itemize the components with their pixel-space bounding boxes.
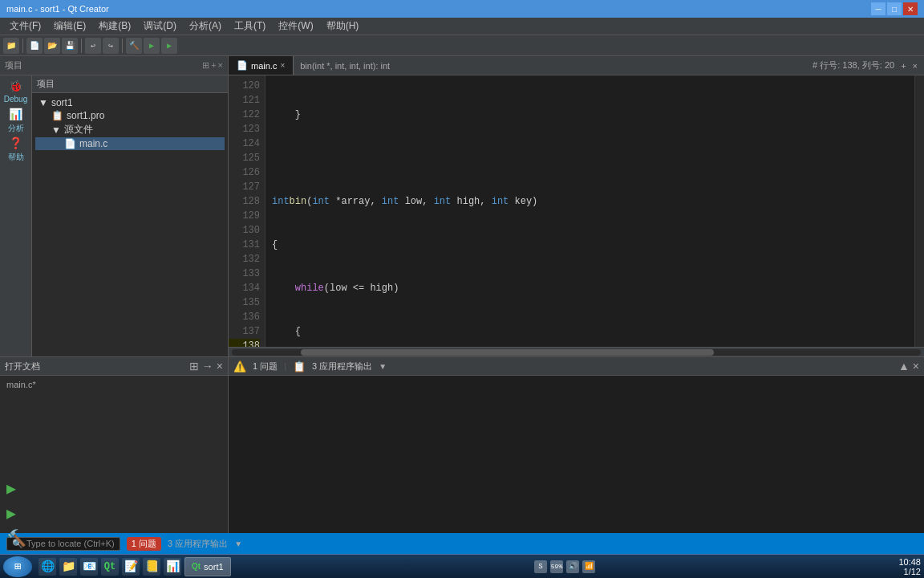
menu-file[interactable]: 文件(F) bbox=[3, 18, 47, 35]
toolbar-open-icon[interactable]: 📂 bbox=[44, 38, 60, 54]
start-icon: ⊞ bbox=[14, 560, 21, 573]
toolbar: 📁 📄 📂 💾 ↩ ↪ 🔨 ▶ ▶ bbox=[0, 35, 924, 56]
bottom-right-icons: ▲ × bbox=[898, 360, 919, 372]
toolbar-undo-icon[interactable]: ↩ bbox=[85, 38, 101, 54]
toolbar-sep2 bbox=[81, 39, 82, 53]
tree-sort1-label: sort1 bbox=[51, 97, 73, 108]
tab-close-icon[interactable]: × bbox=[280, 61, 285, 70]
code-line-120: } bbox=[272, 108, 908, 122]
debug-button[interactable]: ▶ bbox=[3, 502, 30, 525]
bl-icon1[interactable]: ⊞ bbox=[189, 360, 199, 372]
app-output-label: 3 应用程序输出 bbox=[312, 361, 372, 371]
debug-run-icon: ▶ bbox=[6, 503, 16, 523]
tab-main-c[interactable]: 📄 main.c × bbox=[229, 56, 294, 75]
open-file-mainc[interactable]: main.c* bbox=[3, 379, 225, 390]
issue-count-badge[interactable]: 1 问题 bbox=[127, 537, 161, 551]
tree-collapse-icon: ▼ bbox=[38, 97, 48, 108]
toolbar-new-icon[interactable]: 📄 bbox=[26, 38, 43, 54]
br-icon1[interactable]: ▲ bbox=[898, 360, 910, 372]
help-icon: ❓ bbox=[9, 136, 22, 149]
proj-icon3[interactable]: × bbox=[218, 60, 223, 71]
menu-tools[interactable]: 工具(T) bbox=[228, 18, 272, 35]
taskbar-word-icon[interactable]: 📝 bbox=[122, 558, 140, 576]
proj-icon1[interactable]: ⊞ bbox=[202, 60, 209, 71]
code-editor[interactable]: 120 121 122 123 124 125 126 127 128 129 … bbox=[229, 75, 924, 356]
toolbar-redo-icon[interactable]: ↪ bbox=[103, 38, 119, 54]
menu-build[interactable]: 构建(B) bbox=[92, 18, 137, 35]
sys-network-icon[interactable]: 📶 bbox=[582, 560, 595, 573]
menu-analyze[interactable]: 分析(A) bbox=[183, 18, 228, 35]
action-help-btn[interactable]: ❓ 帮助 bbox=[3, 136, 29, 162]
action-analyze-btn[interactable]: 📊 分析 bbox=[3, 108, 29, 133]
taskbar-date-value: 1/12 bbox=[898, 567, 921, 576]
code-line-121 bbox=[272, 151, 908, 165]
code-line-125: { bbox=[272, 324, 908, 339]
toolbar-build-icon[interactable]: 🔨 bbox=[126, 38, 142, 54]
app-output-badge[interactable]: 3 应用程序输出 bbox=[168, 538, 228, 550]
sidebar: 项目 ▼ sort1 📋 sort1.pro ▼ 源文件 📄 main.c bbox=[32, 75, 228, 356]
action-debug-btn[interactable]: 🐞 Debug bbox=[3, 79, 29, 104]
main-layout: 🐞 Debug 📊 分析 ❓ 帮助 项目 ▼ sort1 bbox=[0, 75, 924, 356]
build-only-button[interactable]: 🔨 bbox=[3, 527, 30, 550]
tree-mainc[interactable]: 📄 main.c bbox=[35, 137, 225, 150]
titlebar-title: main.c - sort1 - Qt Creator bbox=[6, 4, 109, 14]
hscroll-thumb[interactable] bbox=[301, 349, 714, 356]
taskbar-time-value: 10:48 bbox=[898, 557, 921, 567]
run-button[interactable]: ▶ bbox=[3, 477, 30, 500]
app-output-dropdown[interactable]: ▼ bbox=[379, 362, 387, 371]
taskbar-excel-icon[interactable]: 📊 bbox=[164, 558, 181, 576]
tree-sort1pro[interactable]: 📋 sort1.pro bbox=[35, 109, 225, 122]
tree-sort1pro-label: sort1.pro bbox=[67, 110, 104, 121]
taskbar-sort1-label: sort1 bbox=[204, 562, 223, 572]
excel-icon: 📊 bbox=[166, 560, 180, 573]
file-tree: ▼ sort1 📋 sort1.pro ▼ 源文件 📄 main.c bbox=[32, 93, 228, 356]
app-output-btn[interactable]: 3 应用程序输出 bbox=[312, 360, 372, 372]
tab-icon1[interactable]: + bbox=[901, 61, 906, 71]
taskbar-ie-icon[interactable]: 🌐 bbox=[38, 558, 56, 576]
code-lines[interactable]: } int bin(int *array, int low, int high,… bbox=[265, 75, 914, 347]
bottom-right-header: ⚠️ 1 问题 | 📋 3 应用程序输出 ▼ ▲ × bbox=[229, 357, 924, 376]
tree-sources-label: 源文件 bbox=[64, 123, 93, 136]
menubar: 文件(F) 编辑(E) 构建(B) 调试(D) 分析(A) 工具(T) 控件(W… bbox=[0, 18, 924, 35]
menu-help[interactable]: 帮助(H) bbox=[320, 18, 366, 35]
maximize-button[interactable]: □ bbox=[887, 2, 902, 15]
tree-mainc-label: main.c bbox=[79, 138, 107, 149]
sys-s-icon[interactable]: S bbox=[534, 560, 547, 573]
right-scrollbar[interactable] bbox=[914, 75, 924, 347]
menu-controls[interactable]: 控件(W) bbox=[272, 18, 319, 35]
debug-icon: 🐞 bbox=[9, 79, 22, 92]
tree-sort1[interactable]: ▼ sort1 bbox=[35, 96, 225, 109]
taskbar-qt-icon[interactable]: Qt bbox=[101, 558, 119, 576]
toolbar-run-icon[interactable]: ▶ bbox=[144, 38, 160, 54]
sidebar-panel: 🐞 Debug 📊 分析 ❓ 帮助 项目 ▼ sort1 bbox=[0, 75, 229, 356]
tree-sources[interactable]: ▼ 源文件 bbox=[35, 122, 225, 137]
sidebar-tab-area: 项目 ⊞ + × bbox=[0, 56, 229, 75]
taskbar-sort1-btn[interactable]: Qt sort1 bbox=[184, 557, 231, 576]
br-close-icon[interactable]: × bbox=[913, 360, 919, 372]
analyze-label: 分析 bbox=[8, 123, 24, 134]
bottom-left-header: 打开文档 ⊞ → × bbox=[0, 357, 228, 376]
tab-icon2[interactable]: × bbox=[913, 61, 918, 71]
bl-close-icon[interactable]: × bbox=[217, 360, 223, 372]
taskbar-outlook-icon[interactable]: 📧 bbox=[80, 558, 98, 576]
taskbar-onenote-icon[interactable]: 📒 bbox=[143, 558, 160, 576]
proj-icon2[interactable]: + bbox=[211, 60, 216, 71]
bl-icon2[interactable]: → bbox=[202, 360, 213, 372]
start-button[interactable]: ⊞ bbox=[3, 556, 32, 577]
close-button[interactable]: ✕ bbox=[903, 2, 918, 15]
horizontal-scrollbar[interactable] bbox=[229, 347, 924, 356]
open-file-label: main.c* bbox=[6, 380, 36, 389]
menu-edit[interactable]: 编辑(E) bbox=[47, 18, 92, 35]
toolbar-save-icon[interactable]: 💾 bbox=[62, 38, 78, 54]
toolbar-project-icon[interactable]: 📁 bbox=[3, 38, 19, 54]
output-dropdown-icon[interactable]: ▼ bbox=[234, 539, 242, 548]
menu-debug[interactable]: 调试(D) bbox=[137, 18, 183, 35]
toolbar-debug-run-icon[interactable]: ▶ bbox=[161, 38, 177, 54]
minimize-button[interactable]: ─ bbox=[871, 2, 886, 15]
taskbar-folder-icon[interactable]: 📁 bbox=[59, 558, 77, 576]
issues-btn[interactable]: 1 问题 bbox=[253, 360, 278, 372]
hscroll-track[interactable] bbox=[232, 349, 921, 356]
run-icon: ▶ bbox=[6, 478, 16, 499]
debug-label: Debug bbox=[4, 95, 27, 104]
sys-speaker-icon[interactable]: 🔊 bbox=[566, 560, 579, 573]
